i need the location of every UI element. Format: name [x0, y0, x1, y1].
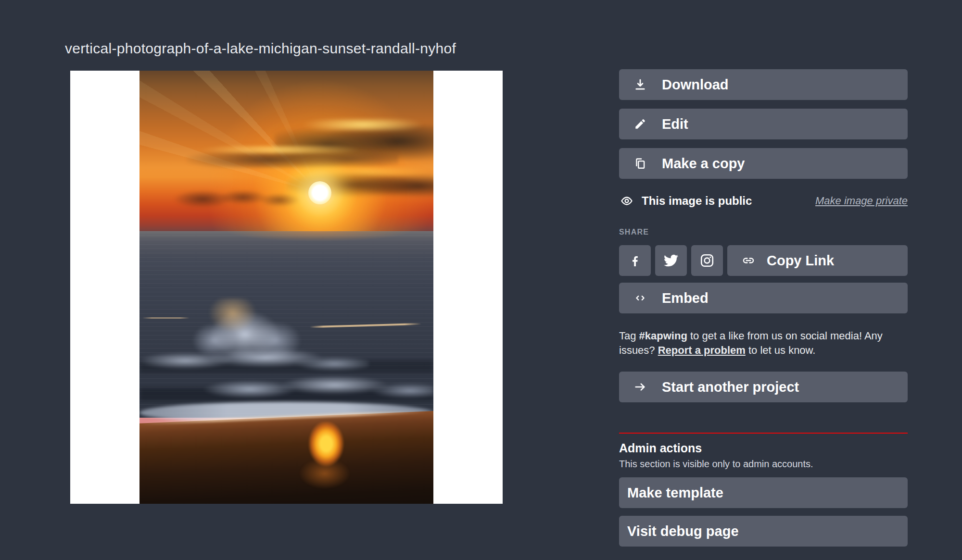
visibility-row: This image is public Make image private [619, 191, 908, 211]
share-instagram-button[interactable] [691, 245, 723, 276]
page-title: vertical-photograph-of-a-lake-michigan-s… [65, 40, 456, 57]
make-template-label: Make template [627, 485, 723, 501]
download-icon [633, 78, 647, 91]
share-section-label: SHARE [619, 228, 908, 236]
edit-label: Edit [662, 116, 688, 132]
link-icon [742, 254, 755, 267]
social-note: Tag #kapwing to get a like from us on so… [619, 329, 908, 358]
make-image-private-link[interactable]: Make image private [815, 195, 908, 207]
visit-debug-page-button[interactable]: Visit debug page [619, 516, 908, 547]
page: vertical-photograph-of-a-lake-michigan-s… [0, 0, 962, 560]
make-copy-label: Make a copy [662, 156, 745, 172]
start-project-label: Start another project [662, 379, 799, 395]
embed-button[interactable]: Embed [619, 283, 908, 313]
download-button[interactable]: Download [619, 69, 908, 100]
copy-icon [633, 157, 647, 170]
action-panel: Download Edit Make a copy [619, 69, 908, 550]
edit-button[interactable]: Edit [619, 109, 908, 139]
arrow-right-icon [633, 380, 647, 394]
copy-link-label: Copy Link [767, 253, 834, 269]
embed-label: Embed [662, 290, 709, 306]
photo-vignette [139, 71, 433, 504]
instagram-icon [700, 253, 714, 268]
share-twitter-button[interactable] [655, 245, 687, 276]
make-template-button[interactable]: Make template [619, 477, 908, 508]
make-copy-button[interactable]: Make a copy [619, 148, 908, 179]
image-preview-card [70, 71, 503, 504]
sunset-photo [139, 71, 433, 504]
note-text: Tag [619, 330, 639, 342]
eye-icon [619, 195, 634, 207]
copy-link-button[interactable]: Copy Link [727, 245, 908, 276]
code-icon [633, 292, 647, 304]
twitter-icon [664, 253, 678, 268]
visibility-status: This image is public [619, 194, 752, 208]
note-text: to let us know. [746, 344, 816, 356]
share-buttons-row: Copy Link [619, 245, 908, 276]
start-another-project-button[interactable]: Start another project [619, 372, 908, 402]
admin-section-divider [619, 433, 908, 434]
share-facebook-button[interactable] [619, 245, 651, 276]
pencil-icon [633, 118, 647, 130]
report-problem-link[interactable]: Report a problem [658, 344, 746, 356]
admin-actions-heading: Admin actions [619, 441, 908, 455]
admin-actions-description: This section is visible only to admin ac… [619, 459, 908, 470]
kapwing-hashtag: #kapwing [639, 330, 687, 342]
facebook-icon [628, 253, 642, 268]
download-label: Download [662, 77, 729, 93]
visit-debug-label: Visit debug page [627, 523, 739, 539]
visibility-status-label: This image is public [642, 194, 752, 208]
